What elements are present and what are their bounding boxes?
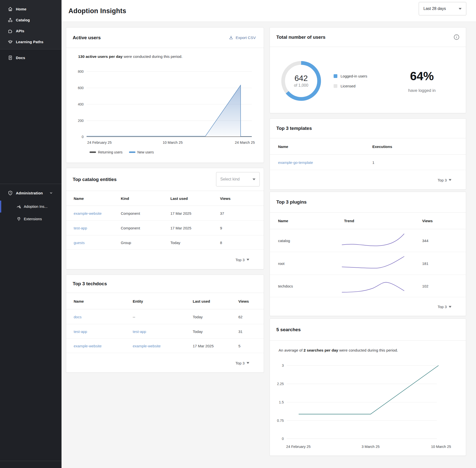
catalog-sparkline <box>341 232 406 249</box>
date-range-select[interactable]: Last 28 days <box>419 2 466 15</box>
api-icon <box>7 28 13 34</box>
cell-last-used: 17 Mar 2025 <box>193 344 214 348</box>
sidebar-item-label: Home <box>16 7 26 11</box>
cell-views: 344 <box>422 238 428 243</box>
top-n-selector[interactable]: Top 3 <box>234 361 251 365</box>
chevron-down-icon <box>49 191 53 195</box>
top-n-selector[interactable]: Top 3 <box>234 257 251 262</box>
top-catalog-entities-card: Top catalog entities Select kind Name Ki… <box>66 168 264 269</box>
sidebar-item-label: Learning Paths <box>16 40 43 44</box>
kind-select[interactable]: Select kind <box>216 172 260 186</box>
sidebar-item-extensions[interactable]: Extensions <box>0 214 62 224</box>
entity-link[interactable]: guests <box>74 240 85 245</box>
card-title: Top 3 plugins <box>276 199 307 205</box>
legend-label: Returning users <box>98 150 123 154</box>
legend-returning-users: Returning users <box>90 150 123 154</box>
date-range-value: Last 28 days <box>423 6 446 11</box>
table-row: test-app test-app Today 31 <box>66 324 264 339</box>
sidebar-item-label: Docs <box>16 56 25 60</box>
sidebar-divider <box>0 184 62 184</box>
donut-subvalue: of 1,000 <box>294 83 308 88</box>
sidebar-item-label: Catalog <box>16 18 30 22</box>
top-n-selector[interactable]: Top 3 <box>436 178 453 182</box>
searches-chart: 3 2.25 1.5 0.75 0 24 February 25 3 March… <box>270 356 466 455</box>
column-header-executions: Executions <box>372 144 392 148</box>
entity-link[interactable]: example-website <box>133 344 161 348</box>
sidebar-item-apis[interactable]: APIs <box>0 25 62 36</box>
download-icon <box>229 35 233 40</box>
table-row: example-website example-website 17 Mar 2… <box>66 339 264 353</box>
summary-rest: were conducted during this period. <box>123 54 182 59</box>
entity-link[interactable]: test-app <box>74 226 87 230</box>
column-header-entity: Entity <box>133 299 143 303</box>
top-n-label: Top 3 <box>235 361 245 365</box>
column-header-views: Views <box>422 219 433 223</box>
top-plugins-card: Top 3 plugins Name Trend Views catalog 3… <box>270 192 466 316</box>
top-templates-card: Top 3 templates Name Executions example-… <box>270 118 466 190</box>
sidebar-item-home[interactable]: Home <box>0 3 62 14</box>
sidebar-item-docs[interactable]: Docs <box>0 52 62 63</box>
entity-link[interactable]: example-website <box>74 211 102 215</box>
table-header: Name Executions <box>270 138 466 155</box>
table-footer: Top 3 <box>66 353 264 373</box>
table-row: example-website Component 17 Mar 2025 37 <box>66 206 264 221</box>
column-header-name: Name <box>278 144 288 148</box>
caret-down-icon <box>449 306 451 308</box>
active-users-chart: 800 600 400 200 0 24 February 25 10 Marc… <box>66 65 264 147</box>
card-title: Top 3 templates <box>276 126 312 131</box>
table-header: Name Kind Last used Views <box>66 191 264 206</box>
column-header-last-used: Last used <box>170 196 188 200</box>
top-n-selector[interactable]: Top 3 <box>436 304 453 309</box>
summary-bold: 2 searches per day <box>304 348 338 352</box>
caret-down-icon <box>253 179 255 180</box>
donut-center-label: 642 of 1,000 <box>281 61 321 101</box>
export-csv-button[interactable]: Export CSV <box>227 35 257 40</box>
info-icon[interactable] <box>454 34 459 40</box>
techdoc-link[interactable]: example-website <box>74 344 102 348</box>
techdoc-link[interactable]: test-app <box>74 329 87 333</box>
cell-last-used: Today <box>193 315 203 319</box>
shield-exclamation-icon <box>7 190 13 196</box>
total-users-card: Total number of users 642 of 1,000 Logge… <box>270 27 466 113</box>
table-row: example-go-template 1 <box>270 155 466 170</box>
x-tick: 3 March 25 <box>362 445 380 449</box>
table-row: root 181 <box>270 252 466 275</box>
active-item-indicator <box>0 201 1 213</box>
plug-icon <box>16 216 21 221</box>
cell-views: 9 <box>220 226 222 230</box>
page-header: Adoption Insights Last 28 days <box>62 0 476 22</box>
new-users-swatch <box>129 151 135 153</box>
top-n-label: Top 3 <box>235 258 245 262</box>
sidebar-item-learning-paths[interactable]: Learning Paths <box>0 36 62 47</box>
column-header-name: Name <box>278 219 288 223</box>
caret-down-icon <box>247 362 249 364</box>
kind-select-placeholder: Select kind <box>220 177 240 181</box>
cell-views: 37 <box>220 211 224 215</box>
y-tick: 800 <box>78 70 84 73</box>
logged-in-swatch <box>334 74 337 78</box>
home-icon <box>7 6 13 12</box>
entity-link[interactable]: test-app <box>133 329 146 333</box>
sidebar-item-adoption-insights[interactable]: Adoption Ins... <box>0 201 62 213</box>
y-tick: 400 <box>78 102 84 106</box>
insights-icon <box>16 204 21 209</box>
summary-prefix: An average of <box>279 348 304 352</box>
x-tick: 24 March 25 <box>235 141 255 144</box>
cell-plugin-name: techdocs <box>278 284 293 288</box>
sidebar-item-administration[interactable]: Administration <box>0 187 62 198</box>
active-users-summary: 130 active users per day were conducted … <box>78 54 183 59</box>
cell-views: 62 <box>238 315 243 319</box>
cell-last-used: Today <box>170 240 180 245</box>
caret-down-icon <box>459 8 462 10</box>
card-title: 5 searches <box>276 327 301 332</box>
sidebar-divider <box>0 49 62 49</box>
y-tick: 600 <box>78 86 84 90</box>
cell-views: 181 <box>422 261 428 265</box>
cell-executions: 1 <box>372 160 374 164</box>
template-link[interactable]: example-go-template <box>278 160 313 164</box>
sidebar-item-label: APIs <box>16 29 24 33</box>
card-title: Top catalog entities <box>73 177 117 182</box>
techdoc-link[interactable]: docs <box>74 315 82 319</box>
searches-summary: An average of 2 searches per day were co… <box>279 348 398 353</box>
sidebar-item-catalog[interactable]: Catalog <box>0 14 62 25</box>
